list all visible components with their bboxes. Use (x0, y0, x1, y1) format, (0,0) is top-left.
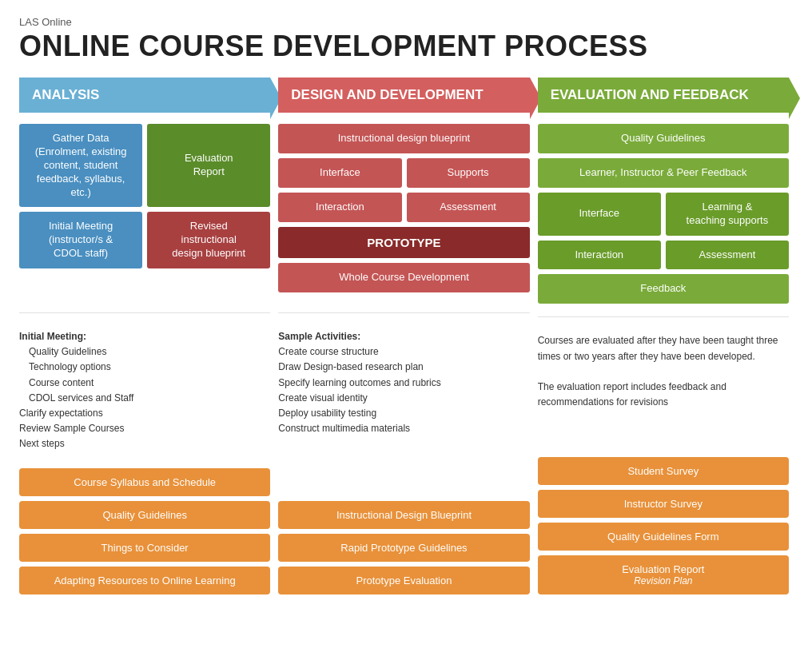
box-design-1-1: Supports (407, 158, 530, 188)
btn-design-2[interactable]: Prototype Evaluation (278, 567, 529, 594)
text-line-analysis-5: Review Sample Courses (19, 421, 270, 436)
box-row-evaluation-3: InteractionAssessment (538, 241, 789, 270)
box-row-analysis-0: Gather Data (Enrolment, existing content… (19, 124, 270, 207)
text-line-analysis-6: Next steps (19, 436, 270, 451)
box-row-design-3: PROTOTYPE (278, 227, 529, 259)
btn-section-design: Instructional Design BlueprintRapid Prot… (278, 501, 529, 594)
box-row-evaluation-0: Quality Guidelines (538, 124, 789, 153)
box-design-0-0: Instructional design blueprint (278, 124, 529, 153)
text-line-design-3: Create visual identity (278, 391, 529, 406)
btn-design-1[interactable]: Rapid Prototype Guidelines (278, 534, 529, 562)
box-evaluation-3-0: Interaction (538, 241, 661, 270)
btn-analysis-3[interactable]: Adapting Resources to Online Learning (19, 567, 270, 594)
box-analysis-1-1: Revised instructional design blueprint (147, 212, 270, 268)
box-row-analysis-1: Initial Meeting (instructor/s & CDOL sta… (19, 212, 270, 268)
box-evaluation-0-0: Quality Guidelines (538, 124, 789, 153)
box-row-evaluation-4: Feedback (538, 274, 789, 304)
box-design-2-0: Interaction (278, 193, 401, 222)
btn-evaluation-3[interactable]: Evaluation ReportRevision Plan (538, 555, 789, 594)
box-row-design-1: InterfaceSupports (278, 158, 529, 188)
text-line-analysis-1: Technology options (19, 360, 270, 375)
btn-analysis-1[interactable]: Quality Guidelines (19, 501, 270, 529)
box-analysis-0-1: Evaluation Report (147, 124, 270, 207)
columns-container: ANALYSISGather Data (Enrolment, existing… (19, 78, 789, 594)
btn-sub-evaluation-3: Revision Plan (544, 575, 782, 587)
boxes-section-evaluation: Quality GuidelinesLearner, Instructor & … (538, 124, 789, 304)
column-analysis: ANALYSISGather Data (Enrolment, existing… (19, 78, 270, 594)
btn-evaluation-2[interactable]: Quality Guidelines Form (538, 523, 789, 551)
box-analysis-1-0: Initial Meeting (instructor/s & CDOL sta… (19, 212, 142, 268)
btn-analysis-0[interactable]: Course Syllabus and Schedule (19, 468, 270, 496)
text-section-evaluation: Courses are evaluated after they have be… (538, 330, 789, 443)
column-design: DESIGN AND DEVELOPMENTInstructional desi… (278, 78, 529, 594)
box-evaluation-2-1: Learning & teaching supports (666, 193, 789, 236)
box-evaluation-3-1: Assessment (666, 241, 789, 270)
text-line-design-0: Create course structure (278, 344, 529, 360)
text-section-design: Sample Activities:Create course structur… (278, 326, 529, 488)
boxes-section-design: Instructional design blueprintInterfaceS… (278, 124, 529, 300)
main-title: ONLINE COURSE DEVELOPMENT PROCESS (19, 30, 789, 63)
text-line-design-1: Draw Design-based research plan (278, 360, 529, 375)
box-design-3-0: PROTOTYPE (278, 227, 529, 259)
subtitle: LAS Online (19, 16, 789, 28)
text-line-analysis-2: Course content (19, 376, 270, 391)
btn-evaluation-0[interactable]: Student Survey (538, 457, 789, 485)
text-label-design: Sample Activities: (278, 331, 360, 342)
text-line-evaluation-2: The evaluation report includes feedback … (538, 380, 789, 410)
text-line-evaluation-0: Courses are evaluated after they have be… (538, 333, 789, 364)
box-evaluation-1-0: Learner, Instructor & Peer Feedback (538, 158, 789, 188)
box-row-design-0: Instructional design blueprint (278, 124, 529, 153)
text-line-analysis-0: Quality Guidelines (19, 344, 270, 360)
box-design-4-0: Whole Course Development (278, 263, 529, 292)
text-line-design-5: Construct multimedia materials (278, 421, 529, 436)
box-design-1-0: Interface (278, 158, 401, 188)
phase-header-design: DESIGN AND DEVELOPMENT (278, 78, 529, 113)
text-line-design-2: Specify learning outcomes and rubrics (278, 376, 529, 391)
text-line-design-4: Deploy usability testing (278, 406, 529, 421)
box-row-design-4: Whole Course Development (278, 263, 529, 292)
column-evaluation: EVALUATION AND FEEDBACKQuality Guideline… (538, 78, 789, 594)
text-line-analysis-4: Clarify expectations (19, 406, 270, 421)
btn-section-analysis: Course Syllabus and ScheduleQuality Guid… (19, 468, 270, 594)
btn-evaluation-1[interactable]: Instructor Survey (538, 490, 789, 518)
box-analysis-0-0: Gather Data (Enrolment, existing content… (19, 124, 142, 207)
btn-analysis-2[interactable]: Things to Consider (19, 534, 270, 562)
box-row-evaluation-1: Learner, Instructor & Peer Feedback (538, 158, 789, 188)
boxes-section-analysis: Gather Data (Enrolment, existing content… (19, 124, 270, 300)
box-row-evaluation-2: InterfaceLearning & teaching supports (538, 193, 789, 236)
text-section-analysis: Initial Meeting:Quality GuidelinesTechno… (19, 326, 270, 455)
box-row-design-2: InteractionAssessment (278, 193, 529, 222)
box-evaluation-2-0: Interface (538, 193, 661, 236)
btn-design-0[interactable]: Instructional Design Blueprint (278, 501, 529, 529)
text-line-analysis-3: CDOL services and Staff (19, 391, 270, 406)
phase-header-evaluation: EVALUATION AND FEEDBACK (538, 78, 789, 113)
btn-section-evaluation: Student SurveyInstructor SurveyQuality G… (538, 457, 789, 594)
box-evaluation-4-0: Feedback (538, 274, 789, 304)
phase-header-analysis: ANALYSIS (19, 78, 270, 113)
box-design-2-1: Assessment (407, 193, 530, 222)
text-label-analysis: Initial Meeting: (19, 331, 86, 342)
